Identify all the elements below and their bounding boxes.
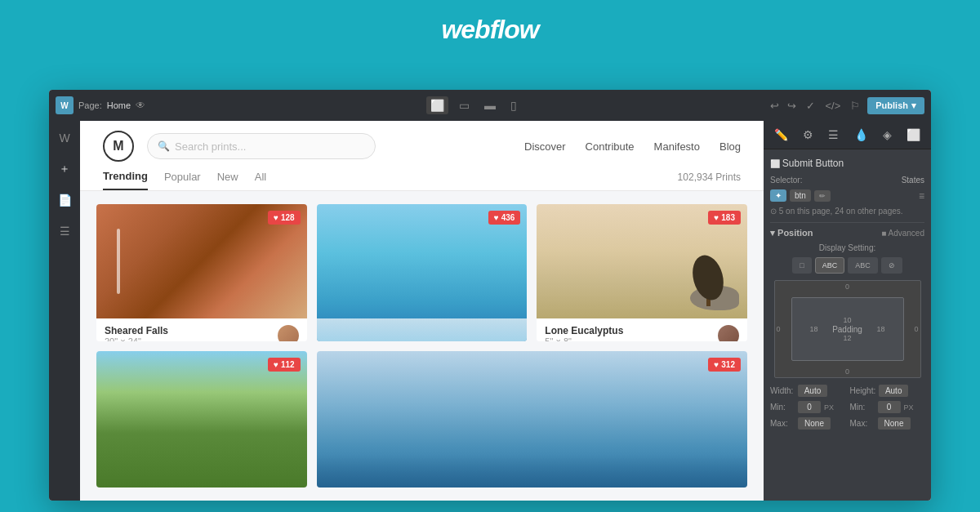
publish-button[interactable]: Publish ▾ [867,97,924,114]
card-title-1: Sheared Falls [105,325,168,336]
waterfall-line [117,229,120,294]
display-opt-none[interactable]: ⊘ [881,257,902,274]
min-width-input[interactable] [798,401,821,413]
search-icon: 🔍 [158,140,170,152]
min-width-group: Min: PX [770,401,845,413]
laptop-device-btn[interactable]: ▬ [480,96,500,114]
tab-new[interactable]: New [217,171,238,189]
max-height-group: Max: [850,417,925,430]
selector-list-button[interactable]: ≡ [919,190,924,202]
box-padding: 10 18 Padding 18 12 [791,297,904,361]
page-label: Page: [78,100,102,110]
app-body: W ＋ 📄 ☰ M 🔍 Search prints... [49,121,931,501]
gallery-card-5[interactable]: ♥ 312 [317,351,747,488]
undo-btn[interactable]: ↩ [768,97,782,114]
nav-contribute[interactable]: Contribute [586,140,635,153]
components-tool-icon[interactable]: ◈ [879,126,896,144]
check-icon[interactable]: ✓ [804,97,817,114]
position-header: ▾ Position ■ Advanced [770,228,924,238]
app-window: W Page: Home 👁 ⬜ ▭ ▬ ▯ ↩ ↪ ✓ </> ⚐ [49,90,931,501]
panel-content: ⬜ Submit Button Selector: States ✦ btn ✏… [764,149,931,501]
toolbar-center: ⬜ ▭ ▬ ▯ [186,96,761,114]
gallery-card-1[interactable]: ♥ 128 Sheared Falls 20" × 24" [96,204,307,341]
site-nav: Discover Contribute Manifesto Blog [524,140,741,153]
sidebar-icon-pages[interactable]: 📄 [54,189,75,211]
prints-count: 102,934 Prints [678,171,741,189]
height-input[interactable] [879,385,908,397]
right-panel: ✏️ ⚙ ☰ 💧 ◈ ⬜ ⬜ Submit Button Selector: [764,121,931,501]
tab-popular[interactable]: Popular [164,171,201,189]
max-height-input[interactable] [878,417,911,430]
display-opt-block[interactable]: □ [792,257,811,274]
width-height-row: Width: Height: [770,385,924,397]
svg-point-1 [690,253,727,304]
tab-all[interactable]: All [255,171,266,189]
eye-icon[interactable]: 👁 [136,100,145,111]
advanced-link[interactable]: ■ Advanced [881,229,924,238]
sidebar-icon-layers[interactable]: ☰ [54,220,75,242]
padding-top-value: 10 [843,316,851,324]
gallery-card-2[interactable]: ♥ 436 [317,204,528,341]
interactions-tool-icon[interactable]: ☰ [824,126,843,144]
search-placeholder-text: Search prints... [175,140,246,153]
body-bg: webflow W Page: Home 👁 ⬜ ▭ ▬ ▯ ↩ ↪ [0,0,980,56]
states-label[interactable]: States [902,176,924,185]
min-height-unit: PX [904,403,914,412]
site-tabs: Trending Popular New All 102,934 Prints [103,170,741,190]
gallery-card-3[interactable]: ♥ 183 Lone Eucalyptus 5" × 8" [537,204,747,341]
card-info-3: Lone Eucalyptus 5" × 8" [537,318,747,341]
nav-discover[interactable]: Discover [524,140,566,153]
position-section-label: ▾ Position [770,228,813,238]
card-image-5: ♥ 312 [317,351,747,488]
box-margin: 0 0 0 0 10 18 Padding 18 12 [774,280,921,378]
avatar-3 [718,325,739,341]
search-bar[interactable]: 🔍 Search prints... [147,133,376,159]
width-label: Width: [770,386,795,395]
desktop-device-btn[interactable]: ⬜ [426,96,448,114]
code-icon[interactable]: </> [822,97,843,114]
mobile-device-btn[interactable]: ▯ [506,96,521,114]
card-size-3: 5" × 8" [545,336,623,341]
selector-tag-pen[interactable]: ✏ [814,190,831,202]
sidebar-icon-add[interactable]: ＋ [54,158,75,180]
divider-1 [770,222,924,223]
max-row: Max: Max: [770,417,924,430]
display-opt-inline[interactable]: ABC [848,257,878,274]
settings-tool-icon[interactable]: ⚙ [799,126,817,144]
tablet-device-btn[interactable]: ▭ [455,96,474,114]
flag-icon[interactable]: ⚐ [848,97,862,114]
heart-icon-2: ♥ [494,213,499,222]
redo-btn[interactable]: ↪ [785,97,799,114]
nav-manifesto[interactable]: Manifesto [654,140,700,153]
site-header-top: M 🔍 Search prints... Discover Contribute… [103,131,741,162]
undo-redo-group: ↩ ↪ [768,97,799,114]
gallery-card-4[interactable]: ♥ 112 [96,351,307,488]
margin-left-value: 0 [777,325,781,333]
height-group: Height: [850,385,925,397]
selector-label: Selector: [770,176,802,185]
sidebar-icon-webflow[interactable]: W [54,127,75,149]
mountain-image [317,204,528,341]
like-badge-4: ♥ 112 [268,358,301,372]
like-badge-5: ♥ 312 [708,358,741,372]
heart-icon-5: ♥ [714,360,719,369]
min-height-input[interactable] [878,401,901,413]
width-input[interactable] [798,385,827,397]
min-width-label: Min: [770,403,795,412]
selector-tag-btn[interactable]: btn [790,189,811,202]
padding-left-value: 18 [810,325,818,333]
export-tool-icon[interactable]: ⬜ [902,126,924,144]
max-width-input[interactable] [798,417,831,430]
card-title-3: Lone Eucalyptus [545,325,623,336]
max-width-label: Max: [770,419,795,428]
margin-right-value: 0 [914,325,918,333]
tab-trending[interactable]: Trending [103,170,148,190]
style-tool-icon[interactable]: ✏️ [770,126,792,144]
selector-tag-star[interactable]: ✦ [770,189,786,202]
display-opt-inline-block[interactable]: ABC [815,257,845,274]
chevron-down-icon: ▾ [911,100,916,111]
padding-right-value: 18 [876,325,884,333]
nav-blog[interactable]: Blog [719,140,741,153]
color-tool-icon[interactable]: 💧 [850,126,872,144]
webflow-icon[interactable]: W [56,96,74,114]
